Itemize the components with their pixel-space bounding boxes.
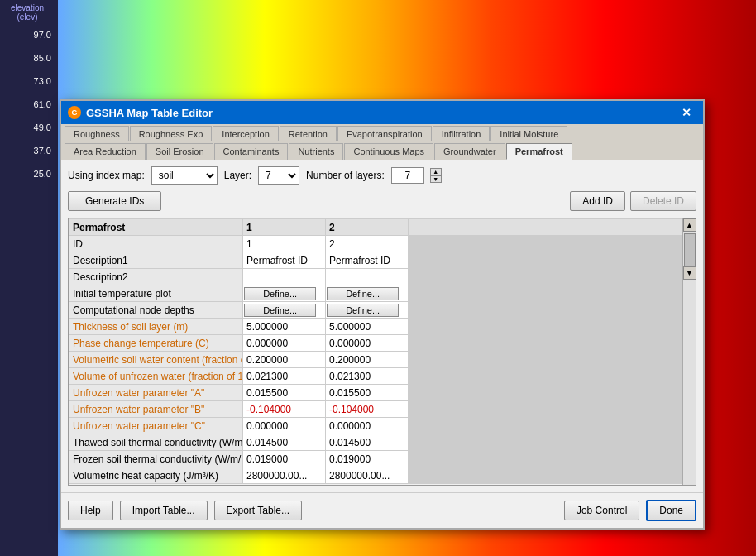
tab-area-reduction[interactable]: Area Reduction (65, 143, 146, 160)
row-val-param-c-1[interactable]: 0.000000 (243, 418, 326, 434)
elevation-61: 61.0 (0, 93, 55, 116)
scrollbar-down-button[interactable]: ▼ (683, 266, 696, 280)
tab-row-1: Roughness Roughness Exp Interception Ret… (61, 124, 703, 141)
row-val-vol-soil-2[interactable]: 0.200000 (326, 352, 409, 368)
row-val-heat-cap-1[interactable]: 2800000.00... (243, 467, 326, 484)
elevation-49: 49.0 (0, 116, 55, 139)
row-label-param-b: Unfrozen water parameter "B" (69, 401, 243, 418)
scrollbar-thumb[interactable] (684, 233, 696, 266)
tab-area-row1: Roughness Roughness Exp Interception Ret… (61, 124, 703, 160)
row-val-param-a-1[interactable]: 0.015500 (243, 385, 326, 401)
table-row: Frozen soil thermal conductivity (W/m/K)… (69, 451, 682, 467)
scrollbar-up-button[interactable]: ▲ (683, 218, 696, 232)
generate-ids-button[interactable]: Generate IDs (68, 191, 161, 211)
row-label-phase-change: Phase change temperature (C) (69, 335, 243, 352)
index-map-select[interactable]: soil (151, 166, 218, 185)
close-button[interactable]: ✕ (677, 104, 696, 121)
job-control-button[interactable]: Job Control (564, 501, 639, 520)
row-val-thawed-cond-2[interactable]: 0.014500 (326, 434, 409, 451)
row-label-heat-cap: Volumetric heat capacity (J/m³/K) (69, 467, 243, 484)
row-extra-heat-cap (409, 467, 682, 484)
row-extra-vol-soil (409, 352, 682, 368)
row-val-heat-cap-2[interactable]: 2800000.00... (326, 467, 409, 484)
dialog: G GSSHA Map Table Editor ✕ Roughness Rou… (60, 99, 705, 530)
tab-roughness[interactable]: Roughness (65, 126, 129, 141)
row-val-param-c-2[interactable]: 0.000000 (326, 418, 409, 434)
controls-row: Using index map: soil Layer: 1234567 Num… (68, 166, 696, 185)
row-val-desc2-1[interactable] (243, 269, 326, 285)
row-val-comp-node-2: Define... (326, 302, 409, 319)
table-row: Phase change temperature (C) 0.000000 0.… (69, 335, 682, 352)
tab-groundwater[interactable]: Groundwater (434, 143, 505, 160)
row-val-phase-change-1[interactable]: 0.000000 (243, 335, 326, 352)
row-val-vol-soil-1[interactable]: 0.200000 (243, 352, 326, 368)
tab-row-2: Area Reduction Soil Erosion Contaminants… (61, 141, 703, 160)
tab-contaminants[interactable]: Contaminants (214, 143, 289, 160)
col-header-label: Permafrost (69, 219, 243, 236)
table-row: Volume of unfrozen water (fraction of 1)… (69, 368, 682, 385)
num-layers-spinner: ▲ ▼ (430, 168, 442, 183)
tab-evapotranspiration[interactable]: Evapotranspiration (337, 126, 432, 141)
define-button-init-temp-1[interactable]: Define... (244, 287, 316, 300)
num-layers-input[interactable] (391, 167, 424, 184)
row-val-desc1-2[interactable]: Permafrost ID (326, 252, 409, 269)
row-label-desc1: Description1 (69, 252, 243, 269)
row-val-phase-change-2[interactable]: 0.000000 (326, 335, 409, 352)
row-val-vol-unfrozen-1[interactable]: 0.021300 (243, 368, 326, 385)
row-extra-thickness (409, 319, 682, 335)
tab-continuous-maps[interactable]: Continuous Maps (344, 143, 433, 160)
define-button-comp-node-1[interactable]: Define... (244, 304, 316, 317)
delete-id-button[interactable]: Delete ID (630, 191, 696, 211)
add-id-button[interactable]: Add ID (570, 191, 625, 211)
bottom-bar: Help Import Table... Export Table... Job… (61, 492, 703, 528)
row-val-id-1[interactable]: 1 (243, 236, 326, 252)
row-val-param-a-2[interactable]: 0.015500 (326, 385, 409, 401)
row-val-vol-unfrozen-2[interactable]: 0.021300 (326, 368, 409, 385)
define-button-init-temp-2[interactable]: Define... (327, 287, 399, 300)
elevation-73: 73.0 (0, 70, 55, 93)
layer-label: Layer: (224, 170, 251, 181)
tab-interception[interactable]: Interception (213, 126, 278, 141)
tab-roughness-exp[interactable]: Roughness Exp (130, 126, 213, 141)
data-table-wrapper: Permafrost 1 2 ID 1 2 (68, 218, 696, 486)
tab-soil-erosion[interactable]: Soil Erosion (146, 143, 213, 160)
spinner-up[interactable]: ▲ (430, 168, 442, 175)
row-val-frozen-cond-1[interactable]: 0.019000 (243, 451, 326, 467)
id-buttons: Add ID Delete ID (570, 191, 696, 211)
row-val-thickness-2[interactable]: 5.000000 (326, 319, 409, 335)
table-row: Description1 Permafrost ID Permafrost ID (69, 252, 682, 269)
row-extra-thawed-cond (409, 434, 682, 451)
row-label-thawed-cond: Thawed soil thermal conductivity (W/m/K) (69, 434, 243, 451)
tab-permafrost[interactable]: Permafrost (506, 143, 572, 160)
row-val-param-b-1[interactable]: -0.104000 (243, 401, 326, 418)
row-extra-vol-unfrozen (409, 368, 682, 385)
tab-initial-moisture[interactable]: Initial Moisture (490, 126, 567, 141)
row-val-frozen-cond-2[interactable]: 0.019000 (326, 451, 409, 467)
table-scroll-area[interactable]: Permafrost 1 2 ID 1 2 (69, 218, 682, 485)
export-table-button[interactable]: Export Table... (214, 501, 303, 520)
row-val-desc1-1[interactable]: Permafrost ID (243, 252, 326, 269)
tab-infiltration[interactable]: Infiltration (433, 126, 490, 141)
table-scrollbar: ▲ ▼ (682, 218, 696, 485)
import-table-button[interactable]: Import Table... (120, 501, 208, 520)
done-button[interactable]: Done (646, 500, 696, 521)
row-label-thickness: Thickness of soil layer (m) (69, 319, 243, 335)
spinner-down[interactable]: ▼ (430, 175, 442, 183)
define-button-comp-node-2[interactable]: Define... (327, 304, 399, 317)
row-label-vol-soil: Volumetric soil water content (fraction … (69, 352, 243, 368)
help-button[interactable]: Help (68, 501, 113, 520)
layer-select[interactable]: 1234567 (258, 166, 299, 185)
table-row: ID 1 2 (69, 236, 682, 252)
table-row: Computational node depths Define... Defi… (69, 302, 682, 319)
row-val-param-b-2[interactable]: -0.104000 (326, 401, 409, 418)
row-val-thawed-cond-1[interactable]: 0.014500 (243, 434, 326, 451)
row-val-init-temp-1: Define... (243, 285, 326, 302)
row-val-id-2[interactable]: 2 (326, 236, 409, 252)
row-val-desc2-2[interactable] (326, 269, 409, 285)
table-row: Thawed soil thermal conductivity (W/m/K)… (69, 434, 682, 451)
row-val-thickness-1[interactable]: 5.000000 (243, 319, 326, 335)
row-val-init-temp-2: Define... (326, 285, 409, 302)
tab-retention[interactable]: Retention (280, 126, 337, 141)
title-bar: G GSSHA Map Table Editor ✕ (61, 101, 703, 124)
tab-nutrients[interactable]: Nutrients (289, 143, 343, 160)
